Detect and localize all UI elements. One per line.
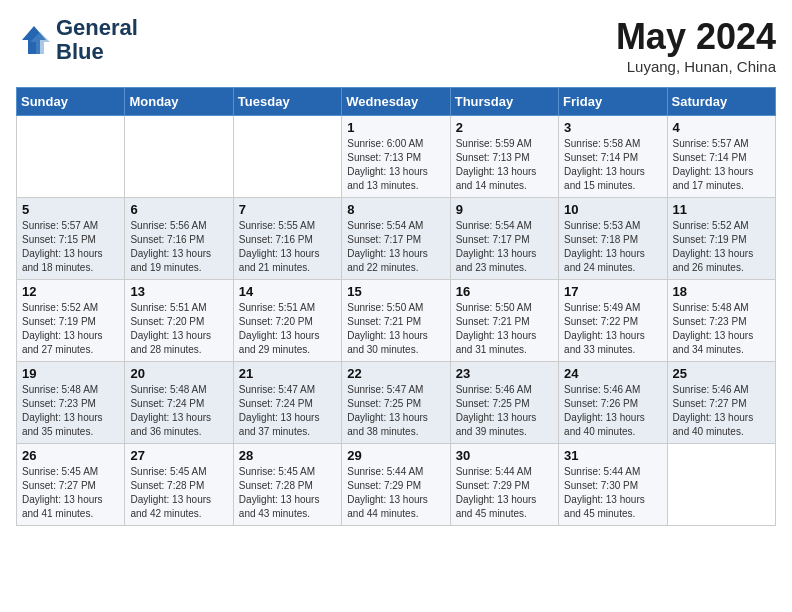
day-number: 2 [456, 120, 553, 135]
page-header: General Blue May 2024 Luyang, Hunan, Chi… [16, 16, 776, 75]
day-number: 19 [22, 366, 119, 381]
calendar-day: 6Sunrise: 5:56 AMSunset: 7:16 PMDaylight… [125, 198, 233, 280]
location: Luyang, Hunan, China [616, 58, 776, 75]
calendar-day: 17Sunrise: 5:49 AMSunset: 7:22 PMDayligh… [559, 280, 667, 362]
calendar-day [233, 116, 341, 198]
calendar-day: 29Sunrise: 5:44 AMSunset: 7:29 PMDayligh… [342, 444, 450, 526]
calendar-day: 19Sunrise: 5:48 AMSunset: 7:23 PMDayligh… [17, 362, 125, 444]
calendar-day: 12Sunrise: 5:52 AMSunset: 7:19 PMDayligh… [17, 280, 125, 362]
day-info: Sunrise: 5:44 AMSunset: 7:29 PMDaylight:… [347, 465, 444, 521]
day-number: 28 [239, 448, 336, 463]
day-info: Sunrise: 5:45 AMSunset: 7:28 PMDaylight:… [130, 465, 227, 521]
day-info: Sunrise: 5:51 AMSunset: 7:20 PMDaylight:… [239, 301, 336, 357]
calendar-day: 15Sunrise: 5:50 AMSunset: 7:21 PMDayligh… [342, 280, 450, 362]
day-info: Sunrise: 5:52 AMSunset: 7:19 PMDaylight:… [22, 301, 119, 357]
calendar-day: 27Sunrise: 5:45 AMSunset: 7:28 PMDayligh… [125, 444, 233, 526]
calendar-day: 11Sunrise: 5:52 AMSunset: 7:19 PMDayligh… [667, 198, 775, 280]
calendar-day: 16Sunrise: 5:50 AMSunset: 7:21 PMDayligh… [450, 280, 558, 362]
day-info: Sunrise: 5:48 AMSunset: 7:24 PMDaylight:… [130, 383, 227, 439]
logo-icon [16, 22, 52, 58]
day-info: Sunrise: 5:58 AMSunset: 7:14 PMDaylight:… [564, 137, 661, 193]
calendar-day: 28Sunrise: 5:45 AMSunset: 7:28 PMDayligh… [233, 444, 341, 526]
calendar-day: 3Sunrise: 5:58 AMSunset: 7:14 PMDaylight… [559, 116, 667, 198]
calendar-day [17, 116, 125, 198]
day-number: 17 [564, 284, 661, 299]
day-number: 20 [130, 366, 227, 381]
calendar-day: 1Sunrise: 6:00 AMSunset: 7:13 PMDaylight… [342, 116, 450, 198]
calendar-table: SundayMondayTuesdayWednesdayThursdayFrid… [16, 87, 776, 526]
day-number: 26 [22, 448, 119, 463]
calendar-day: 31Sunrise: 5:44 AMSunset: 7:30 PMDayligh… [559, 444, 667, 526]
day-number: 11 [673, 202, 770, 217]
day-number: 29 [347, 448, 444, 463]
day-info: Sunrise: 5:44 AMSunset: 7:30 PMDaylight:… [564, 465, 661, 521]
day-info: Sunrise: 6:00 AMSunset: 7:13 PMDaylight:… [347, 137, 444, 193]
calendar-day: 8Sunrise: 5:54 AMSunset: 7:17 PMDaylight… [342, 198, 450, 280]
day-number: 15 [347, 284, 444, 299]
day-info: Sunrise: 5:57 AMSunset: 7:15 PMDaylight:… [22, 219, 119, 275]
day-info: Sunrise: 5:56 AMSunset: 7:16 PMDaylight:… [130, 219, 227, 275]
day-number: 1 [347, 120, 444, 135]
day-number: 5 [22, 202, 119, 217]
calendar-day: 20Sunrise: 5:48 AMSunset: 7:24 PMDayligh… [125, 362, 233, 444]
calendar-day: 23Sunrise: 5:46 AMSunset: 7:25 PMDayligh… [450, 362, 558, 444]
day-number: 4 [673, 120, 770, 135]
day-number: 23 [456, 366, 553, 381]
calendar-day: 9Sunrise: 5:54 AMSunset: 7:17 PMDaylight… [450, 198, 558, 280]
day-info: Sunrise: 5:46 AMSunset: 7:25 PMDaylight:… [456, 383, 553, 439]
day-number: 24 [564, 366, 661, 381]
day-number: 21 [239, 366, 336, 381]
calendar-day: 7Sunrise: 5:55 AMSunset: 7:16 PMDaylight… [233, 198, 341, 280]
calendar-day: 4Sunrise: 5:57 AMSunset: 7:14 PMDaylight… [667, 116, 775, 198]
calendar-day: 13Sunrise: 5:51 AMSunset: 7:20 PMDayligh… [125, 280, 233, 362]
month-title: May 2024 [616, 16, 776, 58]
day-info: Sunrise: 5:45 AMSunset: 7:27 PMDaylight:… [22, 465, 119, 521]
day-number: 12 [22, 284, 119, 299]
day-info: Sunrise: 5:53 AMSunset: 7:18 PMDaylight:… [564, 219, 661, 275]
logo-line1: General [56, 16, 138, 40]
day-info: Sunrise: 5:44 AMSunset: 7:29 PMDaylight:… [456, 465, 553, 521]
calendar-day [667, 444, 775, 526]
day-info: Sunrise: 5:54 AMSunset: 7:17 PMDaylight:… [456, 219, 553, 275]
day-number: 31 [564, 448, 661, 463]
calendar-day: 26Sunrise: 5:45 AMSunset: 7:27 PMDayligh… [17, 444, 125, 526]
day-number: 9 [456, 202, 553, 217]
calendar-week-row: 19Sunrise: 5:48 AMSunset: 7:23 PMDayligh… [17, 362, 776, 444]
day-number: 8 [347, 202, 444, 217]
day-info: Sunrise: 5:57 AMSunset: 7:14 PMDaylight:… [673, 137, 770, 193]
day-number: 13 [130, 284, 227, 299]
calendar-week-row: 1Sunrise: 6:00 AMSunset: 7:13 PMDaylight… [17, 116, 776, 198]
day-info: Sunrise: 5:54 AMSunset: 7:17 PMDaylight:… [347, 219, 444, 275]
weekday-header: Wednesday [342, 88, 450, 116]
day-number: 30 [456, 448, 553, 463]
calendar-day: 18Sunrise: 5:48 AMSunset: 7:23 PMDayligh… [667, 280, 775, 362]
logo-text: General Blue [56, 16, 138, 64]
calendar-day [125, 116, 233, 198]
day-info: Sunrise: 5:48 AMSunset: 7:23 PMDaylight:… [22, 383, 119, 439]
day-info: Sunrise: 5:48 AMSunset: 7:23 PMDaylight:… [673, 301, 770, 357]
day-number: 10 [564, 202, 661, 217]
calendar-day: 30Sunrise: 5:44 AMSunset: 7:29 PMDayligh… [450, 444, 558, 526]
weekday-header: Sunday [17, 88, 125, 116]
day-info: Sunrise: 5:47 AMSunset: 7:25 PMDaylight:… [347, 383, 444, 439]
weekday-row: SundayMondayTuesdayWednesdayThursdayFrid… [17, 88, 776, 116]
day-info: Sunrise: 5:46 AMSunset: 7:27 PMDaylight:… [673, 383, 770, 439]
day-info: Sunrise: 5:52 AMSunset: 7:19 PMDaylight:… [673, 219, 770, 275]
calendar-header: SundayMondayTuesdayWednesdayThursdayFrid… [17, 88, 776, 116]
logo: General Blue [16, 16, 138, 64]
day-info: Sunrise: 5:45 AMSunset: 7:28 PMDaylight:… [239, 465, 336, 521]
calendar-week-row: 12Sunrise: 5:52 AMSunset: 7:19 PMDayligh… [17, 280, 776, 362]
weekday-header: Monday [125, 88, 233, 116]
calendar-week-row: 26Sunrise: 5:45 AMSunset: 7:27 PMDayligh… [17, 444, 776, 526]
day-number: 27 [130, 448, 227, 463]
day-info: Sunrise: 5:50 AMSunset: 7:21 PMDaylight:… [347, 301, 444, 357]
weekday-header: Saturday [667, 88, 775, 116]
day-info: Sunrise: 5:51 AMSunset: 7:20 PMDaylight:… [130, 301, 227, 357]
calendar-day: 10Sunrise: 5:53 AMSunset: 7:18 PMDayligh… [559, 198, 667, 280]
title-block: May 2024 Luyang, Hunan, China [616, 16, 776, 75]
calendar-day: 25Sunrise: 5:46 AMSunset: 7:27 PMDayligh… [667, 362, 775, 444]
calendar-day: 22Sunrise: 5:47 AMSunset: 7:25 PMDayligh… [342, 362, 450, 444]
weekday-header: Thursday [450, 88, 558, 116]
day-number: 16 [456, 284, 553, 299]
calendar-body: 1Sunrise: 6:00 AMSunset: 7:13 PMDaylight… [17, 116, 776, 526]
